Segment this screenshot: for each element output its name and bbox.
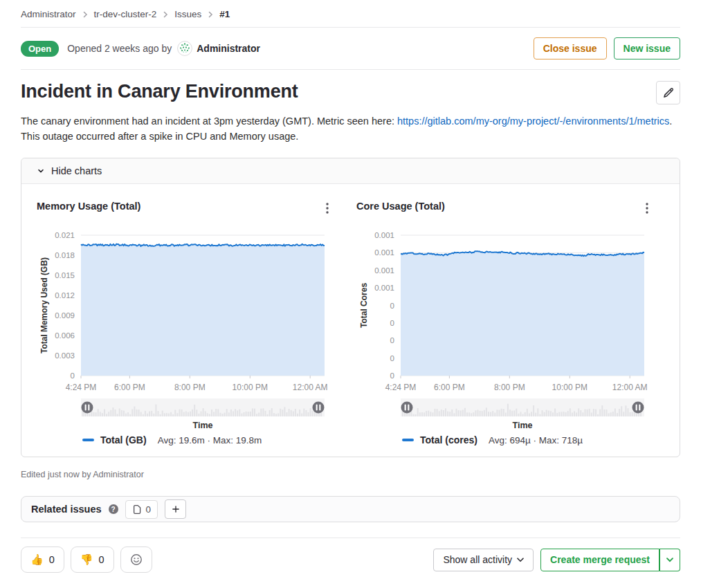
svg-text:0: 0	[390, 319, 394, 327]
metrics-link[interactable]: https://gitlab.com/my-org/my-project/-/e…	[397, 116, 669, 127]
svg-text:12:00 AM: 12:00 AM	[293, 383, 328, 392]
svg-text:8:00 PM: 8:00 PM	[174, 383, 206, 392]
avatar[interactable]	[177, 41, 192, 56]
activity-filter-dropdown[interactable]: Show all activity	[433, 549, 534, 571]
x-axis-title: Time	[401, 421, 644, 430]
author-name[interactable]: Administrator	[197, 43, 260, 54]
kebab-icon	[646, 203, 648, 214]
svg-text:4:24 PM: 4:24 PM	[66, 383, 97, 392]
svg-text:Total Cores: Total Cores	[359, 283, 369, 328]
svg-text:0.009: 0.009	[55, 311, 75, 320]
related-issues-widget: Related issues ? 0	[21, 496, 680, 522]
svg-text:0.001: 0.001	[374, 266, 394, 275]
plus-icon	[171, 504, 181, 514]
award-emoji-group: 👍 0 👎 0	[21, 546, 152, 573]
breadcrumb-administrator[interactable]: Administrator	[21, 9, 76, 19]
opened-text: Opened 2 weeks ago by	[67, 43, 172, 54]
thumbs-down-button[interactable]: 👎 0	[71, 546, 114, 573]
activity-filter-label: Show all activity	[443, 554, 512, 565]
svg-text:0: 0	[390, 354, 394, 362]
svg-text:10:00 PM: 10:00 PM	[233, 383, 268, 392]
edited-note: Edited just now by Administrator	[21, 470, 680, 479]
chevron-down-icon	[517, 558, 524, 562]
chevron-down-icon	[666, 558, 673, 562]
chart-title: Core Usage (Total)	[356, 201, 445, 212]
svg-text:10:00 PM: 10:00 PM	[552, 383, 588, 392]
x-axis-title: Time	[81, 421, 325, 430]
chart-kebab-menu-button[interactable]	[320, 201, 334, 216]
thumbs-up-count: 0	[49, 554, 55, 565]
svg-text:0: 0	[390, 336, 394, 344]
hide-charts-label: Hide charts	[51, 165, 102, 176]
svg-text:0: 0	[390, 302, 394, 310]
metrics-charts-panel: Hide charts Memory Usage (Total) 0.0210.…	[21, 158, 680, 457]
svg-text:0.001: 0.001	[374, 231, 394, 239]
add-related-issue-button[interactable]	[165, 499, 186, 519]
thumbs-up-button[interactable]: 👍 0	[21, 546, 64, 573]
svg-text:4:24 PM: 4:24 PM	[385, 383, 417, 392]
breadcrumb-separator-icon	[82, 10, 88, 19]
breadcrumb: Administrator tr-dev-cluster-2 Issues #1	[21, 0, 680, 28]
chart-title: Memory Usage (Total)	[37, 201, 140, 212]
svg-text:0: 0	[390, 371, 394, 380]
help-icon[interactable]: ?	[109, 504, 118, 514]
chart-legend[interactable]: Total (cores) Avg: 694µ · Max: 718µ	[402, 434, 654, 445]
related-issues-count: 0	[146, 504, 152, 515]
legend-series-name: Total (cores)	[420, 434, 477, 445]
smiley-icon	[130, 553, 143, 566]
new-issue-button[interactable]: New issue	[614, 37, 680, 59]
legend-swatch	[402, 439, 414, 441]
breadcrumb-project[interactable]: tr-dev-cluster-2	[94, 9, 157, 19]
chart-kebab-menu-button[interactable]	[640, 201, 654, 216]
brush-handle-right[interactable]	[632, 402, 644, 414]
svg-text:0.015: 0.015	[55, 271, 75, 279]
svg-text:0.012: 0.012	[55, 291, 75, 300]
svg-text:0.006: 0.006	[55, 331, 75, 340]
svg-text:8:00 PM: 8:00 PM	[494, 383, 525, 392]
legend-series-stats: Avg: 694µ · Max: 718µ	[489, 435, 583, 445]
core-usage-chart: Core Usage (Total) 0.0010.0010.0010.0010…	[356, 201, 654, 445]
chart-plot-area[interactable]: 0.0010.0010.0010.00100000Total Cores4:24…	[356, 221, 654, 418]
svg-text:0.018: 0.018	[55, 251, 75, 259]
pencil-icon	[663, 87, 674, 98]
brush-handle-left[interactable]	[82, 402, 93, 414]
svg-text:6:00 PM: 6:00 PM	[434, 383, 465, 392]
svg-text:6:00 PM: 6:00 PM	[114, 383, 145, 392]
kebab-icon	[326, 203, 329, 214]
svg-text:0.001: 0.001	[374, 248, 394, 257]
svg-text:0: 0	[71, 371, 75, 380]
hide-charts-toggle[interactable]: Hide charts	[21, 158, 680, 184]
svg-text:Total Memory Used (GB): Total Memory Used (GB)	[39, 257, 49, 353]
related-issues-count-badge: 0	[125, 500, 158, 519]
breadcrumb-separator-icon	[208, 10, 213, 19]
legend-series-name: Total (GB)	[100, 434, 147, 445]
issue-icon	[132, 504, 142, 514]
svg-text:0.003: 0.003	[55, 351, 75, 360]
chevron-down-icon	[37, 167, 45, 175]
edit-title-button[interactable]	[656, 81, 680, 104]
brush-handle-left[interactable]	[401, 402, 413, 414]
add-emoji-button[interactable]	[120, 546, 152, 573]
page-title: Incident in Canary Environment	[21, 81, 298, 102]
description-text: The canary environment had an incident a…	[21, 116, 397, 127]
chart-legend[interactable]: Total (GB) Avg: 19.6m · Max: 19.8m	[82, 434, 334, 445]
legend-series-stats: Avg: 19.6m · Max: 19.8m	[158, 435, 262, 445]
issue-description: The canary environment had an incident a…	[21, 114, 680, 144]
memory-usage-chart: Memory Usage (Total) 0.0210.0180.0150.01…	[37, 201, 334, 445]
brush-handle-right[interactable]	[313, 402, 325, 414]
create-merge-request-dropdown-toggle[interactable]	[659, 549, 680, 571]
create-merge-request-button[interactable]: Create merge request	[540, 549, 659, 571]
breadcrumb-issue-number: #1	[219, 9, 230, 19]
issue-status-bar: Open Opened 2 weeks ago by Administ	[21, 28, 680, 70]
related-issues-title: Related issues	[31, 504, 102, 515]
legend-swatch	[82, 439, 94, 441]
issue-page: Administrator tr-dev-cluster-2 Issues #1…	[0, 0, 701, 573]
issue-footer: 👍 0 👎 0 Show all activity Create merge r…	[21, 538, 680, 573]
breadcrumb-issues[interactable]: Issues	[174, 9, 201, 19]
chart-plot-area[interactable]: 0.0210.0180.0150.0120.0090.0060.0030Tota…	[37, 221, 334, 418]
thumbs-up-icon: 👍	[30, 553, 44, 566]
create-merge-request-split-button: Create merge request	[540, 549, 680, 571]
thumbs-down-count: 0	[99, 554, 104, 565]
status-badge: Open	[21, 41, 59, 57]
close-issue-button[interactable]: Close issue	[534, 37, 607, 59]
